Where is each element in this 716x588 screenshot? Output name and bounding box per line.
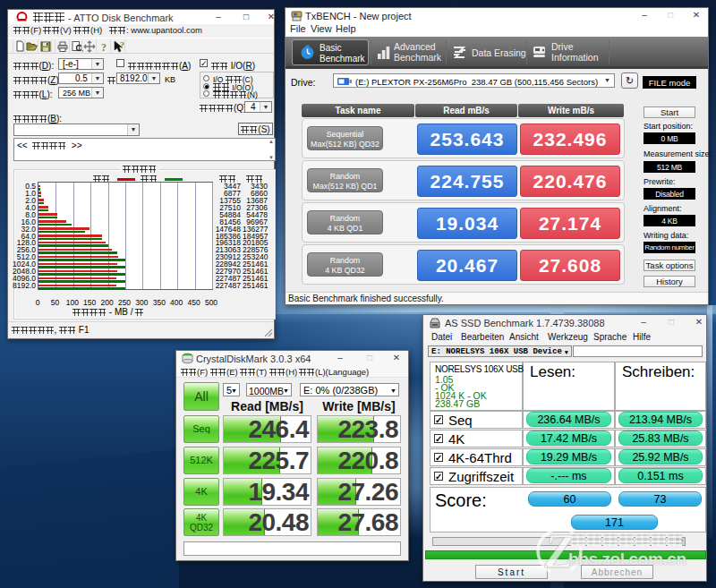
svg-text:?: ?: [101, 41, 107, 54]
